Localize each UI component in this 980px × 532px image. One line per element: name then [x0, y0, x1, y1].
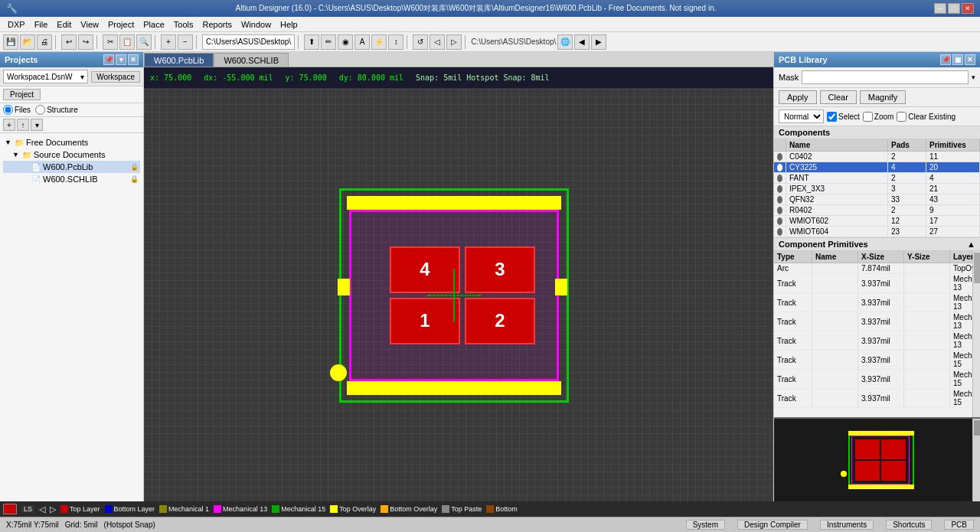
tab-pcblib[interactable]: W600.PcbLib — [144, 53, 214, 67]
primitives-scrollbar-thumb[interactable] — [974, 253, 980, 283]
magnify-button[interactable]: Magnify — [860, 90, 906, 104]
toolbar-btn-wire[interactable]: ✏ — [321, 34, 336, 50]
menu-reports[interactable]: Reports — [198, 18, 237, 31]
select-checkbox-label[interactable]: Select — [827, 112, 860, 122]
toolbar-btn-4[interactable]: ↩ — [61, 34, 77, 50]
system-button[interactable]: System — [686, 520, 725, 530]
design-compiler-button[interactable]: Design Compiler — [737, 520, 808, 530]
panel-scrollbar-thumb[interactable] — [974, 420, 980, 436]
comp-row-r0402[interactable]: R0402 2 9 — [774, 205, 980, 216]
pcb-button[interactable]: PCB — [944, 520, 974, 530]
primitives-scrollbar[interactable] — [972, 251, 980, 417]
projects-menu-button[interactable]: ▾ — [116, 54, 126, 65]
menu-project[interactable]: Project — [103, 18, 139, 31]
toolbar-btn-zoom-out[interactable]: − — [178, 34, 193, 50]
comp-row-ipex[interactable]: IPEX_3X3 3 21 — [774, 184, 980, 194]
prim-row-track-6[interactable]: Track 3.937mil Mechanical 15 — [774, 370, 980, 389]
comp-row-qfn32[interactable]: QFN32 33 43 — [774, 194, 980, 205]
projects-close-button[interactable]: ✕ — [128, 54, 139, 65]
clear-existing-checkbox[interactable] — [897, 112, 906, 122]
toolbar-btn-1[interactable]: 💾 — [3, 34, 18, 50]
structure-radio-label[interactable]: Structure — [35, 105, 78, 115]
file-toolbar-save[interactable]: ↑ — [17, 119, 29, 131]
clear-existing-checkbox-label[interactable]: Clear Existing — [897, 112, 956, 122]
prim-row-track-2[interactable]: Track 3.937mil Mechanical 13 — [774, 293, 980, 312]
menu-dxp[interactable]: DXP — [3, 18, 30, 31]
pcb-canvas[interactable]: 4 3 1 2 — [144, 89, 773, 501]
maximize-button[interactable]: □ — [948, 3, 960, 14]
menu-file[interactable]: File — [30, 18, 53, 31]
primitives-list[interactable]: Arc 7.874mil TopOverlay Track 3.937mil M… — [774, 263, 980, 417]
prim-row-track-1[interactable]: Track 3.937mil Mechanical 13 — [774, 274, 980, 293]
menu-place[interactable]: Place — [139, 18, 169, 31]
menu-tools[interactable]: Tools — [169, 18, 198, 31]
file-toolbar-menu[interactable]: ▾ — [31, 119, 43, 131]
layer-item-bottom[interactable]: Bottom Layer — [105, 505, 155, 513]
toolbar-btn-11[interactable]: ⚡ — [371, 34, 387, 50]
toolbar-btn-ptr[interactable]: ⬆ — [304, 34, 319, 50]
primitives-expand-icon[interactable]: ▲ — [967, 240, 975, 249]
shortcuts-button[interactable]: Shortcuts — [886, 520, 932, 530]
workspace-dropdown[interactable]: Workspace1.DsnW ▾ — [3, 70, 88, 83]
prim-row-track-4[interactable]: Track 3.937mil Mechanical 13 — [774, 331, 980, 351]
files-radio-label[interactable]: Files — [3, 105, 31, 115]
toolbar-btn-fwd[interactable]: ▶ — [591, 34, 606, 50]
toolbar-btn-10[interactable]: A — [354, 34, 370, 50]
instruments-button[interactable]: Instruments — [820, 520, 874, 530]
layer-next-button[interactable]: ▷ — [50, 504, 56, 514]
toolbar-btn-2[interactable]: 📂 — [20, 34, 35, 50]
menu-window[interactable]: Window — [237, 18, 276, 31]
comp-row-c0402[interactable]: C0402 2 11 — [774, 152, 980, 162]
mask-input[interactable] — [802, 70, 969, 84]
toolbar-btn-browse[interactable]: 🌐 — [557, 34, 573, 50]
normal-select[interactable]: Normal Mask Dim — [779, 109, 824, 123]
toolbar-btn-14[interactable]: ▷ — [446, 34, 462, 50]
tab-schlib[interactable]: W600.SCHLIB — [214, 53, 289, 67]
pcb-lib-float-button[interactable]: ▣ — [952, 54, 963, 65]
toolbar-btn-6[interactable]: ✂ — [103, 34, 118, 50]
toolbar-btn-7[interactable]: 📋 — [119, 34, 135, 50]
pcb-lib-pin-button[interactable]: 📌 — [940, 54, 951, 65]
select-checkbox[interactable] — [827, 112, 837, 122]
minimize-button[interactable]: ─ — [934, 3, 946, 14]
files-radio[interactable] — [3, 105, 13, 115]
layer-item-bottom2[interactable]: Bottom — [486, 505, 518, 513]
tree-item-source-docs[interactable]: ▼ 📁 Source Documents — [3, 149, 140, 161]
toolbar-btn-13[interactable]: ◁ — [430, 34, 445, 50]
structure-radio[interactable] — [35, 105, 45, 115]
tree-item-free-docs[interactable]: ▼ 📁 Free Documents — [3, 136, 140, 149]
layer-item-topoverlay[interactable]: Top Overlay — [330, 505, 376, 513]
layer-prev-button[interactable]: ◁ — [39, 504, 45, 514]
layer-item-mech13[interactable]: Mechanical 13 — [214, 505, 267, 513]
menu-edit[interactable]: Edit — [52, 18, 76, 31]
comp-row-wmiot604[interactable]: WMIOT604 23 27 — [774, 227, 980, 237]
layer-item-mech15[interactable]: Mechanical 15 — [272, 505, 325, 513]
layer-item-bottomoverlay[interactable]: Bottom Overlay — [381, 505, 437, 513]
workspace-button[interactable]: Workspace — [91, 71, 140, 83]
file-toolbar-add[interactable]: + — [3, 119, 15, 131]
pcb-lib-close-button[interactable]: ✕ — [965, 54, 975, 65]
zoom-checkbox[interactable] — [863, 112, 873, 122]
project-button[interactable]: Project — [3, 89, 41, 100]
clear-button[interactable]: Clear — [820, 90, 857, 104]
close-button[interactable]: ✕ — [962, 3, 974, 14]
comp-row-cy3225[interactable]: CY3225 4 20 — [774, 162, 980, 173]
layer-item-mech1[interactable]: Mechanical 1 — [159, 505, 209, 513]
zoom-checkbox-label[interactable]: Zoom — [863, 112, 894, 122]
prim-row-track-3[interactable]: Track 3.937mil Mechanical 13 — [774, 312, 980, 331]
panel-scrollbar[interactable] — [972, 419, 980, 501]
toolbar-btn-3[interactable]: 🖨 — [37, 34, 52, 50]
tree-item-pcblib[interactable]: 📄 W600.PcbLib 🔒 — [3, 161, 140, 173]
toolbar-btn-5[interactable]: ↪ — [78, 34, 93, 50]
projects-pin-button[interactable]: 📌 — [103, 54, 114, 65]
toolbar-btn-9[interactable]: ◉ — [338, 34, 353, 50]
toolbar-btn-8[interactable]: 🔍 — [136, 34, 152, 50]
prim-row-track-7[interactable]: Track 3.937mil Mechanical 15 — [774, 389, 980, 408]
toolbar-refresh[interactable]: ↺ — [413, 34, 428, 50]
toolbar-btn-back[interactable]: ◀ — [574, 34, 590, 50]
layer-item-top[interactable]: Top Layer — [60, 505, 100, 513]
layer-item-toppaste[interactable]: Top Paste — [442, 505, 482, 513]
toolbar-btn-zoom-in[interactable]: + — [161, 34, 176, 50]
comp-row-fant[interactable]: FANT 2 4 — [774, 173, 980, 184]
menu-view[interactable]: View — [76, 18, 103, 31]
